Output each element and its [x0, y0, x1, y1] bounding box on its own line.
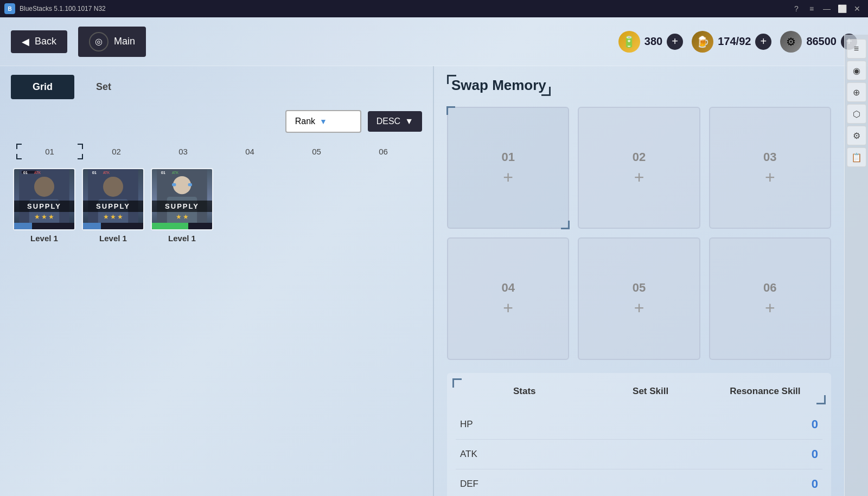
main-button[interactable]: ◎ Main: [78, 27, 146, 57]
tab-bar: Grid Set: [11, 75, 422, 99]
stat-hp-value: 0: [791, 417, 818, 431]
character-card-1[interactable]: 01 ATK SUPPLY ★★★: [13, 168, 75, 230]
slot-plus-1: +: [503, 169, 513, 186]
card-slot-2: 01 ATK SUPPLY ★★★: [82, 168, 144, 243]
card-supply-tag-2: SUPPLY: [83, 201, 143, 212]
svg-text:ATK: ATK: [34, 171, 41, 175]
card-level-2: Level 1: [82, 234, 144, 243]
sidebar-btn-6[interactable]: 📋: [847, 147, 866, 167]
stat-hp-label: HP: [460, 419, 791, 430]
col-header-6: 06: [350, 144, 417, 159]
slot-plus-5: +: [634, 299, 644, 317]
memory-grid: 01 + 02 + 03 + 04 +: [447, 107, 831, 360]
memory-slot-3[interactable]: 03 +: [709, 107, 831, 229]
titlebar-controls: ? ≡ — ⬜ ✕: [790, 3, 864, 14]
slot-plus-4: +: [503, 299, 513, 317]
sidebar-btn-1[interactable]: ≡: [847, 39, 866, 59]
svg-text:ATK: ATK: [103, 171, 110, 175]
right-sidebar: ≡ ◉ ⊕ ⬡ ⚙ 📋: [844, 35, 868, 496]
svg-point-1: [34, 177, 54, 197]
svg-text:01: 01: [92, 170, 97, 175]
rank-filter-label: Rank: [295, 117, 315, 126]
card-stars-1: ★★★: [14, 213, 74, 221]
menu-button[interactable]: ≡: [805, 3, 818, 14]
tab-resonance-skill[interactable]: Resonance Skill: [708, 382, 822, 401]
stat-atk-value: 0: [791, 447, 818, 461]
character-card-2[interactable]: 01 ATK SUPPLY ★★★: [82, 168, 144, 230]
slot-num-1: 01: [501, 150, 514, 164]
card-slot-1: 01 ATK SUPPLY ★★★: [13, 168, 75, 243]
svg-text:01: 01: [23, 170, 28, 175]
gear-count: 86500: [806, 35, 837, 48]
help-button[interactable]: ?: [790, 3, 803, 14]
titlebar: B BlueStacks 5.1.100.1017 N32 ? ≡ — ⬜ ✕: [0, 0, 868, 17]
memory-slot-1[interactable]: 01 +: [447, 107, 569, 229]
slot-bracket-br-1: [561, 221, 570, 229]
titlebar-left: B BlueStacks 5.1.100.1017 N32: [4, 3, 106, 14]
card-level-3: Level 1: [151, 234, 213, 243]
maximize-button[interactable]: ⬜: [835, 3, 848, 14]
battery-icon: 🔋: [618, 31, 640, 53]
card-bar-1: [14, 223, 74, 229]
stats-section: Stats Set Skill Resonance Skill HP 0 ATK…: [447, 373, 831, 496]
character-card-3[interactable]: 01 ATK SUPPLY ★★: [151, 168, 213, 230]
col-header-3: 03: [150, 144, 216, 159]
desc-filter[interactable]: DESC ▼: [368, 111, 422, 132]
sidebar-btn-5[interactable]: ⚙: [847, 126, 866, 145]
col-header-4: 04: [216, 144, 283, 159]
back-label: Back: [35, 36, 56, 47]
close-button[interactable]: ✕: [851, 3, 864, 14]
sidebar-btn-3[interactable]: ⊕: [847, 82, 866, 102]
right-panel: Swap Memory 01 + 02 + 03: [434, 66, 844, 496]
desc-filter-label: DESC: [376, 117, 400, 126]
sidebar-btn-4[interactable]: ⬡: [847, 104, 866, 124]
ticket-add-button[interactable]: +: [755, 34, 771, 50]
svg-rect-14: [188, 183, 192, 186]
battery-count: 380: [644, 35, 662, 48]
tab-grid[interactable]: Grid: [11, 75, 74, 99]
sidebar-btn-2[interactable]: ◉: [847, 61, 866, 80]
filter-row: Rank ▼ DESC ▼: [11, 110, 422, 133]
rank-filter[interactable]: Rank ▼: [285, 110, 361, 133]
slot-num-2: 02: [633, 150, 646, 164]
bluestacks-logo: B: [4, 3, 15, 14]
rank-filter-arrow: ▼: [320, 117, 327, 126]
stat-atk-label: ATK: [460, 449, 791, 460]
ticket-resource: 🍺 174/92 +: [692, 31, 771, 53]
card-grid: 01 ATK SUPPLY ★★★: [11, 164, 422, 247]
tab-stats[interactable]: Stats: [456, 382, 593, 401]
tab-set[interactable]: Set: [74, 75, 133, 99]
left-panel: Grid Set Rank ▼ DESC ▼ 01: [0, 66, 434, 496]
stat-def-value: 0: [791, 477, 818, 491]
slot-bracket-tl-1: [446, 106, 455, 115]
swap-memory-title: Swap Memory: [451, 77, 546, 93]
main-area: Grid Set Rank ▼ DESC ▼ 01: [0, 66, 844, 496]
back-arrow-icon: ◀: [22, 36, 29, 48]
ticket-count: 174/92: [718, 35, 751, 48]
app-content: ≡ ◉ ⊕ ⬡ ⚙ 📋 ◀ Back ◎ Main 🔋 380 + 🍺 17: [0, 17, 868, 496]
slot-plus-6: +: [765, 299, 775, 317]
battery-resource: 🔋 380 +: [618, 31, 683, 53]
minimize-button[interactable]: —: [820, 3, 833, 14]
card-slot-3: 01 ATK SUPPLY ★★: [151, 168, 213, 243]
card-bar-3: [152, 223, 212, 229]
ticket-icon: 🍺: [692, 31, 713, 53]
panel-title: Swap Memory: [447, 75, 831, 96]
card-supply-tag-1: SUPPLY: [14, 201, 74, 212]
col-header-5: 05: [283, 144, 350, 159]
col-headers: 01 02 03 04 05 06: [11, 144, 422, 159]
memory-slot-5[interactable]: 05 +: [578, 237, 700, 359]
card-supply-tag-3: SUPPLY: [152, 201, 212, 212]
card-level-1: Level 1: [13, 234, 75, 243]
tab-set-skill[interactable]: Set Skill: [593, 382, 708, 401]
back-button[interactable]: ◀ Back: [11, 30, 67, 53]
main-label: Main: [114, 36, 135, 47]
svg-rect-13: [172, 183, 176, 186]
memory-slot-2[interactable]: 02 +: [578, 107, 700, 229]
memory-slot-6[interactable]: 06 +: [709, 237, 831, 359]
svg-point-7: [103, 177, 123, 197]
slot-num-4: 04: [501, 281, 514, 295]
battery-add-button[interactable]: +: [667, 34, 683, 50]
memory-slot-4[interactable]: 04 +: [447, 237, 569, 359]
col-header-2: 02: [83, 144, 150, 159]
